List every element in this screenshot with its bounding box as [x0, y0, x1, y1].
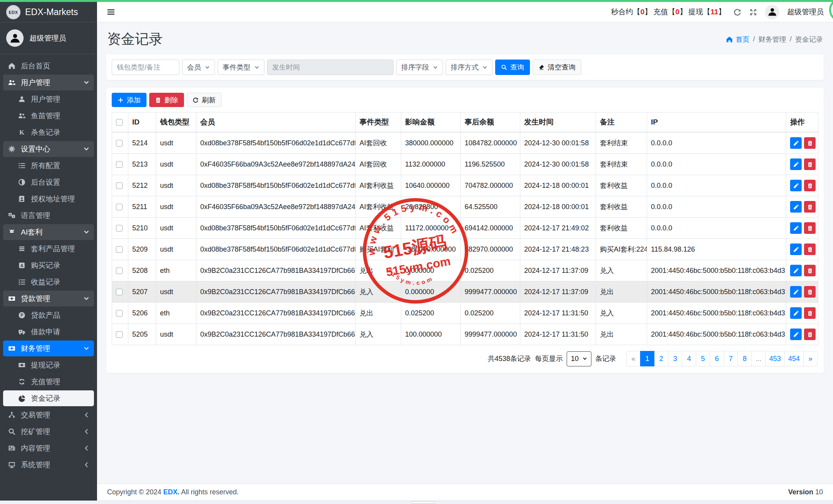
clear-search-button[interactable]: 清空查询	[533, 60, 581, 75]
row-checkbox[interactable]	[116, 267, 123, 274]
row-checkbox[interactable]	[116, 246, 123, 253]
sidebar-item-loan-management-group[interactable]: 贷款管理	[3, 291, 94, 306]
edit-button[interactable]	[790, 329, 802, 340]
pager-page-454[interactable]: 454	[784, 351, 804, 366]
pager-page-453[interactable]: 453	[765, 351, 785, 366]
sidebar-item-arbitrage-products[interactable]: 套利产品管理	[3, 241, 94, 257]
breadcrumb-home[interactable]: 首页	[726, 35, 750, 44]
cell-time: 2024-12-18 00:00:01	[520, 196, 596, 218]
sidebar-item-purchase-records[interactable]: A购买记录	[3, 257, 94, 273]
edit-button[interactable]	[790, 180, 802, 191]
pager-page-1[interactable]: 1	[640, 351, 654, 366]
sidebar-item-fry-management[interactable]: 鱼苗管理	[3, 108, 94, 124]
stat-充值[interactable]: 充值【0】	[653, 7, 687, 17]
delete-row-button[interactable]	[804, 180, 816, 191]
pager-prev[interactable]: «	[626, 351, 641, 366]
sidebar-item-settings-center-group[interactable]: 设置中心	[3, 141, 94, 157]
row-checkbox[interactable]	[116, 204, 123, 210]
sidebar-item-mining-management[interactable]: 挖矿管理	[3, 424, 94, 439]
sidebar-item-ai-arbitrage-group[interactable]: AI套利	[3, 224, 94, 240]
delete-row-button[interactable]	[804, 329, 816, 340]
row-checkbox[interactable]	[116, 161, 123, 168]
delete-row-button[interactable]	[804, 307, 816, 319]
pager-page-3[interactable]: 3	[668, 351, 682, 366]
edit-button[interactable]	[790, 265, 802, 276]
sidebar-item-trade-management[interactable]: 交易管理	[3, 407, 94, 423]
sidebar-item-authorized-address-management[interactable]: 授权地址管理	[3, 191, 94, 207]
delete-row-button[interactable]	[804, 201, 816, 213]
stat-提现[interactable]: 提现【11】	[688, 7, 726, 17]
sidebar-user-panel[interactable]: 超级管理员	[0, 22, 97, 54]
select-all-checkbox[interactable]	[116, 119, 123, 126]
sidebar-item-backend-settings[interactable]: 后台设置	[3, 174, 94, 190]
member-select[interactable]: 会员	[182, 60, 215, 75]
pager-page-6[interactable]: 6	[710, 351, 724, 366]
refresh-button[interactable]: 刷新	[187, 93, 221, 107]
row-checkbox[interactable]	[116, 140, 123, 146]
sidebar-item-language-management[interactable]: Az语言管理	[3, 208, 94, 223]
event-type-select[interactable]: 事件类型	[218, 60, 264, 75]
horizontal-scrollbar[interactable]	[0, 501, 833, 504]
edit-button[interactable]	[790, 286, 802, 298]
row-checkbox[interactable]	[116, 310, 123, 317]
row-checkbox[interactable]	[116, 289, 123, 295]
pager-page-7[interactable]: 7	[724, 351, 738, 366]
hamburger-menu-icon[interactable]	[106, 7, 116, 17]
sidebar-item-fund-records[interactable]: 资金记录	[3, 390, 94, 406]
sidebar-item-profit-records[interactable]: 收益记录	[3, 274, 94, 290]
wallet-type-remark-input[interactable]	[112, 60, 179, 75]
sidebar-item-content-management[interactable]: 内容管理	[3, 440, 94, 456]
sidebar-item-withdrawal-records[interactable]: 提现记录	[3, 357, 94, 373]
delete-button[interactable]: 删除	[149, 93, 184, 107]
pager-page-5[interactable]: 5	[696, 351, 710, 366]
add-button[interactable]: 添加	[112, 93, 146, 107]
sidebar-item-recharge-management[interactable]: 充值管理	[3, 374, 94, 390]
edit-button[interactable]	[790, 307, 802, 319]
delete-row-button[interactable]	[804, 158, 816, 170]
breadcrumb-finance[interactable]: 财务管理	[758, 35, 786, 44]
sort-order-select[interactable]: 排序方式	[446, 60, 492, 75]
delete-row-button[interactable]	[804, 265, 816, 276]
delete-row-button[interactable]	[804, 286, 816, 298]
delete-row-button[interactable]	[804, 243, 816, 255]
delete-row-button[interactable]	[804, 137, 816, 149]
pager-page-4[interactable]: 4	[682, 351, 696, 366]
cell-amount: 100.000000	[401, 324, 461, 345]
brand[interactable]: EDX EDX-Markets	[0, 0, 97, 22]
pager-next[interactable]: »	[803, 351, 818, 366]
filter-bar: 会员 事件类型 排序字段 排序方式 查询 清空查询	[106, 54, 824, 80]
sort-field-select[interactable]: 排序字段	[396, 60, 443, 75]
refresh-icon[interactable]	[733, 8, 741, 16]
sidebar-item-dashboard[interactable]: 后台首页	[3, 58, 94, 74]
occur-time-input[interactable]	[267, 60, 394, 75]
row-checkbox[interactable]	[116, 331, 123, 338]
scrollbar-thumb[interactable]	[411, 501, 435, 504]
cell-time: 2024-12-17 11:31:50	[520, 303, 596, 324]
edit-button[interactable]	[790, 222, 802, 234]
cell-id: 5207	[128, 281, 156, 303]
navbar-user-name[interactable]: 超级管理员	[787, 7, 824, 17]
edit-button[interactable]	[790, 201, 802, 213]
sidebar-item-kill-fish-records[interactable]: K杀鱼记录	[3, 124, 94, 140]
delete-row-button[interactable]	[804, 222, 816, 234]
sidebar-item-system-management[interactable]: 系统管理	[3, 457, 94, 473]
sidebar-item-all-configs[interactable]: 所有配置	[3, 158, 94, 174]
sidebar-item-loan-applications[interactable]: 借款申请	[3, 324, 94, 340]
pager-page-2[interactable]: 2	[654, 351, 668, 366]
navbar-avatar[interactable]	[765, 5, 779, 19]
search-button[interactable]: 查询	[495, 60, 530, 75]
pager-page-8[interactable]: 8	[738, 351, 752, 366]
sidebar-item-user-management-group[interactable]: 用户管理	[3, 75, 94, 90]
sidebar-item-user-management[interactable]: 用户管理	[3, 91, 94, 107]
row-checkbox[interactable]	[116, 225, 123, 232]
edit-button[interactable]	[790, 243, 802, 255]
page-size-select[interactable]: 10	[567, 351, 591, 366]
fullscreen-icon[interactable]	[749, 8, 757, 16]
pager-page-...[interactable]: ...	[751, 351, 766, 366]
sidebar-item-finance-management-group[interactable]: 财务管理	[3, 341, 94, 356]
edit-button[interactable]	[790, 137, 802, 149]
edit-button[interactable]	[790, 158, 802, 170]
row-checkbox[interactable]	[116, 182, 123, 189]
sidebar-item-loan-products[interactable]: P贷款产品	[3, 307, 94, 323]
stat-秒合约[interactable]: 秒合约【0】	[611, 7, 652, 17]
